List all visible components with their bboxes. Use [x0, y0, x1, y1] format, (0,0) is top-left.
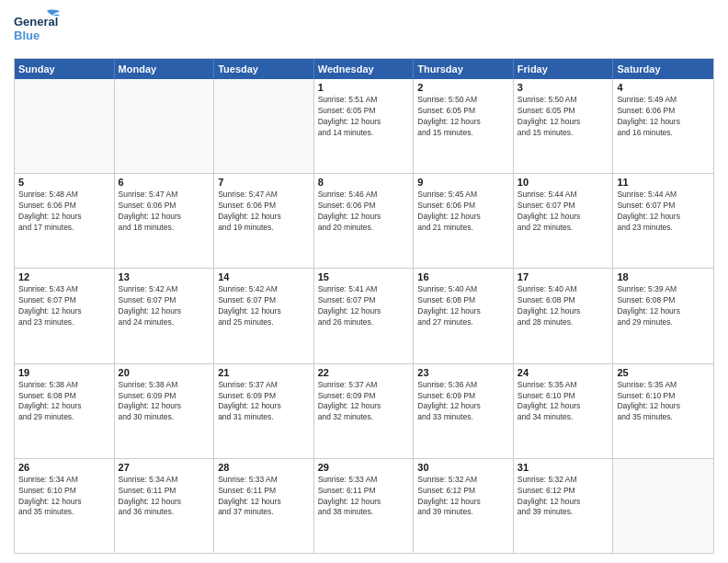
day-cell-17: 17Sunrise: 5:40 AMSunset: 6:08 PMDayligh… — [514, 269, 614, 362]
day-cell-22: 22Sunrise: 5:37 AMSunset: 6:09 PMDayligh… — [314, 364, 415, 458]
day-number: 30 — [417, 462, 509, 473]
day-number: 24 — [518, 367, 609, 378]
calendar-row-3: 19Sunrise: 5:38 AMSunset: 6:08 PMDayligh… — [15, 364, 713, 459]
day-cell-3: 3Sunrise: 5:50 AMSunset: 6:05 PMDaylight… — [514, 79, 614, 173]
day-number: 29 — [318, 462, 410, 473]
weekday-header-thursday: Thursday — [414, 59, 514, 79]
day-number: 2 — [417, 82, 509, 93]
day-info: Sunrise: 5:32 AMSunset: 6:12 PMDaylight:… — [518, 475, 609, 519]
day-cell-1: 1Sunrise: 5:51 AMSunset: 6:05 PMDaylight… — [314, 79, 415, 173]
day-cell-6: 6Sunrise: 5:47 AMSunset: 6:06 PMDaylight… — [115, 174, 215, 268]
day-cell-5: 5Sunrise: 5:48 AMSunset: 6:06 PMDaylight… — [15, 174, 115, 268]
weekday-header-sunday: Sunday — [15, 59, 115, 79]
day-number: 1 — [318, 82, 410, 93]
day-info: Sunrise: 5:32 AMSunset: 6:12 PMDaylight:… — [417, 475, 509, 519]
day-info: Sunrise: 5:49 AMSunset: 6:06 PMDaylight:… — [617, 95, 710, 139]
day-number: 14 — [218, 271, 310, 282]
calendar-row-1: 5Sunrise: 5:48 AMSunset: 6:06 PMDaylight… — [15, 174, 713, 269]
day-info: Sunrise: 5:36 AMSunset: 6:09 PMDaylight:… — [417, 380, 509, 424]
logo: GeneralBlue — [14, 9, 60, 51]
day-cell-28: 28Sunrise: 5:33 AMSunset: 6:11 PMDayligh… — [214, 459, 314, 553]
logo-icon: GeneralBlue — [14, 9, 60, 51]
weekday-header-saturday: Saturday — [613, 59, 713, 79]
day-info: Sunrise: 5:48 AMSunset: 6:06 PMDaylight:… — [18, 190, 110, 234]
calendar-row-0: 1Sunrise: 5:51 AMSunset: 6:05 PMDaylight… — [15, 79, 713, 174]
calendar-body: 1Sunrise: 5:51 AMSunset: 6:05 PMDaylight… — [15, 79, 713, 553]
day-info: Sunrise: 5:46 AMSunset: 6:06 PMDaylight:… — [318, 190, 410, 234]
day-info: Sunrise: 5:35 AMSunset: 6:10 PMDaylight:… — [518, 380, 609, 424]
day-number: 17 — [518, 271, 609, 282]
weekday-header-monday: Monday — [115, 59, 215, 79]
empty-cell-0-0 — [15, 79, 115, 173]
day-cell-27: 27Sunrise: 5:34 AMSunset: 6:11 PMDayligh… — [115, 459, 215, 553]
day-cell-24: 24Sunrise: 5:35 AMSunset: 6:10 PMDayligh… — [514, 364, 614, 458]
day-info: Sunrise: 5:45 AMSunset: 6:06 PMDaylight:… — [417, 190, 509, 234]
day-number: 3 — [518, 82, 609, 93]
day-number: 15 — [318, 271, 410, 282]
day-info: Sunrise: 5:44 AMSunset: 6:07 PMDaylight:… — [518, 190, 609, 234]
day-info: Sunrise: 5:38 AMSunset: 6:08 PMDaylight:… — [18, 380, 110, 424]
day-cell-26: 26Sunrise: 5:34 AMSunset: 6:10 PMDayligh… — [15, 459, 115, 553]
day-info: Sunrise: 5:37 AMSunset: 6:09 PMDaylight:… — [218, 380, 310, 424]
page: GeneralBlue SundayMondayTuesdayWednesday… — [0, 0, 728, 563]
day-number: 25 — [617, 367, 710, 378]
empty-cell-0-1 — [115, 79, 215, 173]
day-cell-18: 18Sunrise: 5:39 AMSunset: 6:08 PMDayligh… — [613, 269, 713, 362]
day-number: 19 — [18, 367, 110, 378]
day-cell-29: 29Sunrise: 5:33 AMSunset: 6:11 PMDayligh… — [314, 459, 415, 553]
day-info: Sunrise: 5:43 AMSunset: 6:07 PMDaylight:… — [18, 284, 110, 328]
day-number: 9 — [417, 177, 509, 188]
day-cell-15: 15Sunrise: 5:41 AMSunset: 6:07 PMDayligh… — [314, 269, 415, 362]
day-info: Sunrise: 5:34 AMSunset: 6:11 PMDaylight:… — [119, 475, 210, 519]
day-cell-7: 7Sunrise: 5:47 AMSunset: 6:06 PMDaylight… — [214, 174, 314, 268]
day-cell-9: 9Sunrise: 5:45 AMSunset: 6:06 PMDaylight… — [414, 174, 514, 268]
day-number: 6 — [119, 177, 210, 188]
day-number: 28 — [218, 462, 310, 473]
day-cell-8: 8Sunrise: 5:46 AMSunset: 6:06 PMDaylight… — [314, 174, 415, 268]
day-cell-10: 10Sunrise: 5:44 AMSunset: 6:07 PMDayligh… — [514, 174, 614, 268]
day-number: 4 — [617, 82, 710, 93]
day-number: 20 — [119, 367, 210, 378]
calendar-header: SundayMondayTuesdayWednesdayThursdayFrid… — [15, 59, 713, 79]
day-info: Sunrise: 5:50 AMSunset: 6:05 PMDaylight:… — [417, 95, 509, 139]
day-info: Sunrise: 5:41 AMSunset: 6:07 PMDaylight:… — [318, 284, 410, 328]
day-number: 11 — [617, 177, 710, 188]
day-info: Sunrise: 5:42 AMSunset: 6:07 PMDaylight:… — [119, 284, 210, 328]
weekday-header-tuesday: Tuesday — [214, 59, 314, 79]
svg-text:Blue: Blue — [14, 29, 40, 42]
day-info: Sunrise: 5:42 AMSunset: 6:07 PMDaylight:… — [218, 284, 310, 328]
day-info: Sunrise: 5:35 AMSunset: 6:10 PMDaylight:… — [617, 380, 710, 424]
calendar-row-4: 26Sunrise: 5:34 AMSunset: 6:10 PMDayligh… — [15, 459, 713, 553]
day-number: 12 — [18, 271, 110, 282]
day-number: 5 — [18, 177, 110, 188]
calendar-row-2: 12Sunrise: 5:43 AMSunset: 6:07 PMDayligh… — [15, 269, 713, 363]
day-number: 18 — [617, 271, 710, 282]
day-info: Sunrise: 5:33 AMSunset: 6:11 PMDaylight:… — [218, 475, 310, 519]
day-info: Sunrise: 5:40 AMSunset: 6:08 PMDaylight:… — [518, 284, 609, 328]
day-cell-23: 23Sunrise: 5:36 AMSunset: 6:09 PMDayligh… — [414, 364, 514, 458]
day-info: Sunrise: 5:37 AMSunset: 6:09 PMDaylight:… — [318, 380, 410, 424]
day-number: 13 — [119, 271, 210, 282]
calendar: SundayMondayTuesdayWednesdayThursdayFrid… — [14, 58, 714, 554]
day-info: Sunrise: 5:47 AMSunset: 6:06 PMDaylight:… — [119, 190, 210, 234]
day-number: 27 — [119, 462, 210, 473]
day-info: Sunrise: 5:51 AMSunset: 6:05 PMDaylight:… — [318, 95, 410, 139]
day-number: 26 — [18, 462, 110, 473]
empty-cell-4-6 — [613, 459, 713, 553]
day-cell-16: 16Sunrise: 5:40 AMSunset: 6:08 PMDayligh… — [414, 269, 514, 362]
day-number: 7 — [218, 177, 310, 188]
day-number: 21 — [218, 367, 310, 378]
day-info: Sunrise: 5:40 AMSunset: 6:08 PMDaylight:… — [417, 284, 509, 328]
day-cell-14: 14Sunrise: 5:42 AMSunset: 6:07 PMDayligh… — [214, 269, 314, 362]
day-cell-13: 13Sunrise: 5:42 AMSunset: 6:07 PMDayligh… — [115, 269, 215, 362]
day-cell-12: 12Sunrise: 5:43 AMSunset: 6:07 PMDayligh… — [15, 269, 115, 362]
empty-cell-0-2 — [214, 79, 314, 173]
day-info: Sunrise: 5:39 AMSunset: 6:08 PMDaylight:… — [617, 284, 710, 328]
day-number: 31 — [518, 462, 609, 473]
header: GeneralBlue — [14, 9, 714, 51]
day-info: Sunrise: 5:50 AMSunset: 6:05 PMDaylight:… — [518, 95, 609, 139]
day-cell-21: 21Sunrise: 5:37 AMSunset: 6:09 PMDayligh… — [214, 364, 314, 458]
day-cell-11: 11Sunrise: 5:44 AMSunset: 6:07 PMDayligh… — [613, 174, 713, 268]
day-number: 16 — [417, 271, 509, 282]
day-info: Sunrise: 5:38 AMSunset: 6:09 PMDaylight:… — [119, 380, 210, 424]
